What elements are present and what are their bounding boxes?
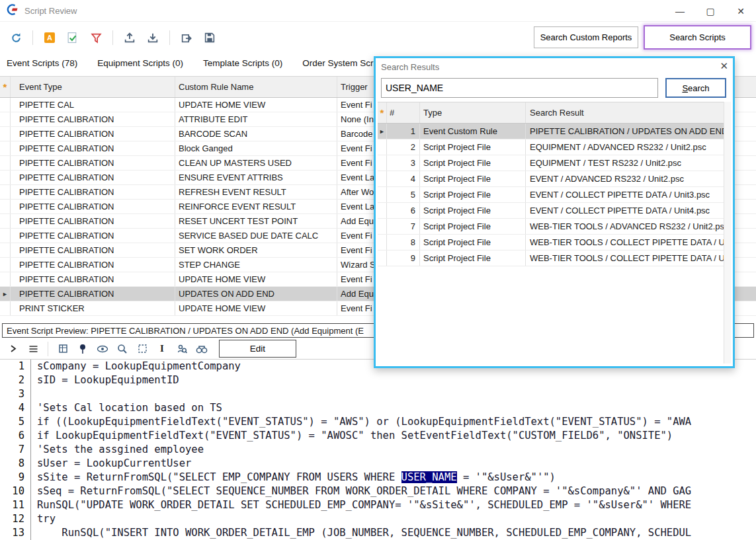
search-scripts-button[interactable]: Search Scripts [644,25,751,50]
row-marker [0,98,11,112]
text-cursor-icon[interactable]: I [155,342,169,356]
cell: EVENT / COLLECT PIPETTE DATA / Unit3.psc [526,187,724,202]
cell: 4 [387,171,420,186]
line-number: 9 [0,471,30,484]
row-marker [378,139,387,155]
table-row[interactable]: 9Script Project FileWEB-TIER TOOLS / COL… [378,251,724,266]
code-text: 'Sets the assgined employee [30,443,756,457]
dialog-search-button[interactable]: Search [665,78,726,98]
row-marker [0,171,11,184]
table-row[interactable]: 3Script Project FileEQUIPMENT / TEST RS2… [378,155,724,171]
refresh-icon[interactable] [8,30,24,46]
row-marker [378,219,387,234]
inspect-eye-icon[interactable] [96,342,109,356]
table-row[interactable]: 8Script Project FileWEB-TIER TOOLS / COL… [378,235,724,251]
zoom-icon[interactable] [116,342,129,356]
minimize-button[interactable]: — [665,0,695,22]
cell: PRINT STICKER [11,301,175,315]
tab-equipment-scripts-0-[interactable]: Equipment Scripts (0) [97,58,183,68]
cell: Script Project File [420,171,526,186]
tab-event-scripts-78-[interactable]: Event Scripts (78) [7,58,77,68]
results-table-header: * # Type Search Result [378,102,724,124]
cell: PIPETTE CALIBRATION [11,287,175,301]
cell: PIPETTE CALIBRATION [11,272,175,286]
edit-button[interactable]: Edit [219,340,296,358]
cell: 2 [387,139,420,155]
column-header-search-result[interactable]: Search Result [526,102,724,123]
save-icon[interactable] [202,30,218,46]
approve-check-icon[interactable] [65,30,81,46]
report-grid-icon[interactable] [56,342,69,356]
run-chevron-icon[interactable] [7,342,20,356]
table-row[interactable]: 7Script Project FileWEB-TIER TOOLS / ADV… [378,219,724,235]
cell: WEB-TIER TOOLS / COLLECT PIPETTE DATA / … [526,235,724,250]
column-header-type[interactable]: Type [420,102,526,123]
table-row[interactable]: 6Script Project FileEVENT / COLLECT PIPE… [378,203,724,219]
dialog-close-icon[interactable]: ✕ [720,60,728,72]
export-icon[interactable] [179,30,194,46]
search-input[interactable] [381,78,658,98]
line-number: 13 [0,526,30,540]
code-line: 10sSeq = ReturnFromSQL("SELECT SEQUENCE_… [0,484,756,498]
row-marker [0,214,11,228]
cell: Script Project File [420,235,526,250]
cell: PIPETTE CALIBRATION [11,171,175,184]
table-row[interactable]: 5Script Project FileEVENT / COLLECT PIPE… [378,187,724,203]
close-button[interactable]: ✕ [726,0,756,22]
cell: 6 [387,203,420,218]
highlighted-search-match: USER_NAME [401,471,457,483]
row-marker [0,200,11,213]
column-header-number[interactable]: # [387,102,420,123]
table-row[interactable]: 2Script Project FileEQUIPMENT / ADVANCED… [378,139,724,155]
cell: 7 [387,219,420,234]
row-marker [0,243,11,257]
code-text: if ((LookupEquipmentFieldText("EVENT_STA… [30,415,756,429]
code-text: if LookupEquipmentFieldText("EVENT_STATU… [30,429,756,443]
attribute-a-icon[interactable]: A [42,30,58,46]
maximize-button[interactable]: ▢ [695,0,726,22]
line-number: 5 [0,415,30,429]
code-text: sUser = LookupCurrentUser [30,457,756,471]
cell: CLEAN UP MASTERS USED [175,156,337,170]
cell: 1 [387,124,420,139]
cell: EQUIPMENT / ADVANCED RS232 / Unit2.psc [526,139,724,155]
cell: EVENT / ADVANCED RS232 / Unit2.psc [526,171,724,186]
code-line: 7'Sets the assgined employee [0,443,756,457]
cell: EVENT / COLLECT PIPETTE DATA / Unit4.psc [526,203,724,218]
cell: PIPETTE CAL [11,98,175,112]
tab-strip: Event Scripts (78)Equipment Scripts (0)T… [7,58,387,68]
titlebar: Script Review — ▢ ✕ [0,0,756,22]
table-row[interactable]: ►1Event Custom RulePIPETTE CALIBRATION /… [378,124,724,139]
line-number: 1 [0,360,30,373]
table-row[interactable]: 4Script Project FileEVENT / ADVANCED RS2… [378,171,724,187]
code-toolbar: I [7,340,208,358]
cell: PIPETTE CALIBRATION [11,185,175,199]
select-region-icon[interactable] [136,342,149,356]
pin-icon[interactable] [76,342,89,356]
filter-icon[interactable] [88,30,104,46]
search-custom-reports-button[interactable]: Search Custom Reports [534,26,638,48]
line-number: 2 [0,373,30,387]
upload-icon[interactable] [122,30,138,46]
row-marker [0,272,11,286]
column-header-custom-rule-name[interactable]: Custom Rule Name [175,77,337,97]
format-lines-icon[interactable] [26,342,40,356]
column-header-event-type[interactable]: Event Type [11,77,175,97]
cell: WEB-TIER TOOLS / COLLECT PIPETTE DATA / … [526,251,724,266]
results-scrollbar[interactable] [724,102,731,364]
code-editor[interactable]: 1sCompany = LookupEquipmentCompany2sID =… [0,359,756,540]
cell: 3 [387,155,420,171]
find-user-icon[interactable] [175,342,189,356]
cell: PIPETTE CALIBRATION / UPDATES ON ADD END… [526,124,724,139]
cell: Script Project File [420,155,526,171]
tab-template-scripts-0-[interactable]: Template Scripts (0) [203,58,282,68]
code-line: 9sSite = ReturnFromSQL("SELECT EMP_COMPA… [0,471,756,484]
download-icon[interactable] [145,30,161,46]
line-number: 4 [0,401,30,415]
cell: BARCODE SCAN [175,127,337,141]
line-number: 7 [0,443,30,457]
line-number: 10 [0,484,30,498]
binoculars-icon[interactable] [195,342,208,356]
cell: 5 [387,187,420,202]
code-line: 8sUser = LookupCurrentUser [0,457,756,471]
